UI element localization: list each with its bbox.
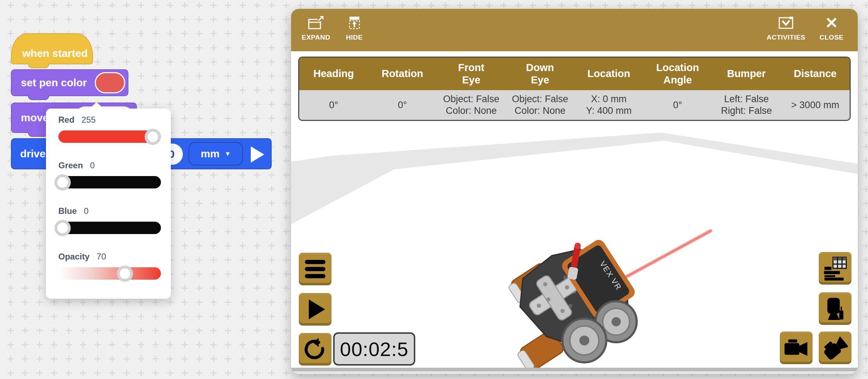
opacity-slider-thumb[interactable] (117, 266, 133, 282)
chevron-down-icon: ▼ (225, 150, 231, 158)
opacity-value: 70 (97, 252, 106, 262)
block-play-icon[interactable] (251, 146, 264, 163)
sensor-table-header: Heading Rotation Front Eye Down Eye Loca… (299, 58, 850, 90)
location-value: X: 0 mm Y: 400 mm (574, 90, 643, 120)
floor-edge-light (291, 371, 858, 374)
playground-window: VEX VR (291, 9, 858, 374)
laser-beam (616, 231, 711, 282)
sensor-table-row: 0° 0° Object: False Color: None Object: … (299, 90, 850, 120)
set-pen-color-label: set pen color (21, 77, 87, 89)
close-button[interactable]: CLOSE (820, 15, 844, 41)
when-started-label: when started (22, 47, 88, 59)
green-value: 0 (90, 161, 94, 170)
when-started-block[interactable]: when started (11, 33, 93, 64)
col-heading: Heading (299, 58, 368, 90)
vexcode-vr-app: when started set pen color move drive 0 … (0, 0, 868, 379)
col-location-angle: Location Angle (643, 58, 712, 90)
drive-label: drive (20, 148, 46, 160)
red-label: Red (58, 115, 74, 125)
location-angle-value: 0° (643, 90, 712, 120)
activities-label: ACTIVITIES (766, 34, 805, 41)
green-slider-row: Green 0 (58, 161, 161, 188)
reset-button[interactable] (299, 333, 331, 366)
sensor-dashboard-table: Heading Rotation Front Eye Down Eye Loca… (298, 57, 851, 121)
dashboard-toggle-button[interactable] (819, 252, 851, 285)
menu-icon (305, 260, 325, 278)
menu-button[interactable] (299, 253, 331, 285)
play-icon (309, 299, 325, 319)
blue-slider-track[interactable] (58, 222, 161, 234)
distance-value: > 3000 mm (781, 90, 850, 120)
col-location: Location (574, 58, 643, 90)
tilted-camera-button[interactable] (819, 332, 851, 364)
rotation-value: 0° (368, 90, 437, 120)
col-bumper: Bumper (712, 58, 781, 90)
timer-display: 00:02:5 (333, 332, 415, 366)
col-down-eye: Down Eye (506, 58, 575, 90)
close-icon (824, 15, 839, 31)
pen-color-swatch[interactable] (95, 72, 125, 93)
block-notch (28, 95, 49, 100)
hide-icon (346, 15, 363, 31)
green-slider-track[interactable] (58, 176, 161, 188)
monitor-plumb-icon (823, 296, 847, 321)
field-walls (291, 133, 858, 224)
start-button[interactable] (299, 293, 331, 326)
front-eye-value: Object: False Color: None (437, 90, 506, 120)
set-pen-color-block[interactable]: set pen color (11, 69, 128, 96)
hide-button[interactable]: HIDE (346, 15, 363, 41)
camera-view-button[interactable] (819, 292, 851, 325)
col-rotation: Rotation (368, 58, 437, 90)
reset-icon (303, 337, 328, 362)
blue-value: 0 (84, 206, 88, 216)
pen-color-picker-popup: Red 255 Green 0 Blue 0 (46, 109, 171, 299)
close-label: CLOSE (820, 34, 844, 41)
hide-label: HIDE (346, 34, 363, 41)
expand-button[interactable]: EXPAND (302, 15, 330, 41)
red-slider-thumb[interactable] (145, 129, 161, 145)
expand-label: EXPAND (302, 34, 330, 41)
opacity-slider-row: Opacity 70 (58, 252, 161, 280)
blue-slider-thumb[interactable] (54, 220, 71, 236)
red-slider-row: Red 255 (58, 115, 161, 143)
activities-icon (777, 15, 794, 31)
down-eye-value: Object: False Color: None (506, 90, 575, 120)
drive-unit-label: mm (201, 148, 219, 160)
heading-value: 0° (299, 90, 368, 120)
green-label: Green (58, 161, 83, 170)
blue-label: Blue (58, 206, 77, 216)
green-slider-thumb[interactable] (54, 174, 71, 191)
opacity-label: Opacity (58, 252, 89, 262)
move-label: move (21, 112, 48, 124)
activities-button[interactable]: ACTIVITIES (766, 15, 805, 41)
expand-icon (308, 15, 324, 31)
drive-unit-dropdown[interactable]: mm ▼ (189, 142, 243, 165)
robot: VEX VR (507, 238, 637, 374)
block-notch (28, 63, 49, 68)
col-front-eye: Front Eye (437, 58, 506, 90)
tilted-camera-icon (822, 335, 848, 361)
playground-toolbar: EXPAND HIDE ACTIVITIES (291, 9, 858, 51)
red-slider-track[interactable] (58, 130, 161, 143)
video-camera-icon (783, 335, 809, 361)
video-camera-button[interactable] (780, 332, 812, 364)
red-value: 255 (81, 115, 96, 125)
bumper-value: Left: False Right: False (712, 90, 781, 120)
blue-slider-row: Blue 0 (58, 206, 161, 234)
opacity-slider-track[interactable] (58, 267, 161, 280)
col-distance: Distance (781, 58, 850, 90)
dashboard-icon (822, 256, 848, 281)
